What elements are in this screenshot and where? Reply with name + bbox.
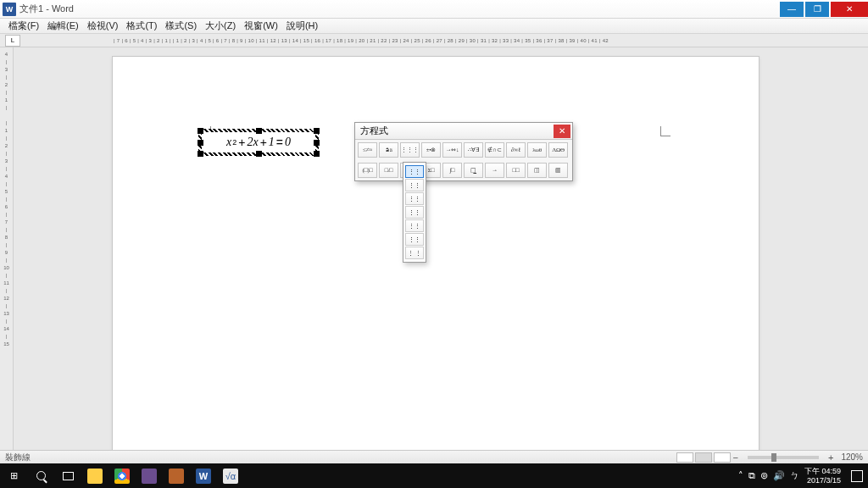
ime-icon[interactable]: ㄅ	[790, 469, 799, 482]
view-mode-button[interactable]	[714, 452, 731, 463]
zoom-out-button[interactable]: −	[731, 452, 741, 463]
menu-size[interactable]: 大小(Z)	[205, 19, 236, 32]
template-products[interactable]: □□	[506, 163, 526, 178]
menu-window[interactable]: 視窗(W)	[244, 19, 278, 32]
palette-misc[interactable]: ∂∞ℓ	[506, 142, 526, 158]
template-integral[interactable]: ∫□	[442, 163, 462, 178]
palette-arrows[interactable]: →⇔↓	[442, 142, 462, 158]
toolbar-header[interactable]: 方程式 ✕	[355, 123, 572, 140]
dropdown-item[interactable]: ⋮⋮	[405, 206, 424, 219]
clock[interactable]: 下午 04:59 2017/3/15	[804, 467, 841, 485]
margin-mark	[660, 126, 670, 136]
action-center-icon[interactable]	[851, 470, 863, 482]
menu-format[interactable]: 格式(T)	[126, 19, 157, 32]
zoom-thumb[interactable]	[771, 453, 776, 462]
mathtype-icon[interactable]: √α	[217, 463, 244, 488]
minimize-button[interactable]: —	[780, 2, 804, 17]
close-button[interactable]: ✕	[831, 2, 868, 17]
palette-logical[interactable]: ∴∀∃	[464, 142, 483, 158]
workspace: 4 | 3 | 2 | 1 | | 1 | 2 | 3 | 4 | 5 | 6 …	[0, 47, 868, 450]
view-mode-button[interactable]	[695, 452, 712, 463]
template-boxes[interactable]: ▥	[548, 163, 568, 178]
palette-relational[interactable]: ≤≠≈	[358, 142, 377, 158]
system-tray[interactable]: ˄ ⧉ ⊚ 🔊 ㄅ 下午 04:59 2017/3/15	[738, 467, 868, 485]
toolbar-title: 方程式	[360, 125, 388, 137]
clock-time: 下午 04:59	[804, 467, 841, 476]
toolbar-row-2: (□)□ □/□ □̄ Σ□ ∫□ □̲ → □□ ◫ ▥	[355, 160, 572, 180]
toolbar-close-button[interactable]: ✕	[554, 125, 570, 138]
maximize-button[interactable]: ❐	[805, 2, 829, 17]
template-matrix[interactable]: ◫	[527, 163, 547, 178]
equation-text: x2+2x+1=0	[202, 132, 315, 152]
dropdown-item[interactable]: ⋮⋮	[405, 233, 424, 246]
palette-greek-upper[interactable]: ΛΩΘ	[548, 142, 568, 158]
menu-edit[interactable]: 編輯(E)	[47, 19, 79, 32]
chrome-icon[interactable]	[108, 463, 136, 488]
palette-spaces[interactable]: ⋮⋮⋮	[400, 142, 420, 158]
start-button[interactable]: ⊞	[0, 463, 27, 488]
menu-style[interactable]: 樣式(S)	[165, 19, 197, 32]
tab-stop-button[interactable]: L	[5, 35, 20, 47]
tray-up-icon[interactable]: ˄	[738, 470, 743, 481]
dropdown-item[interactable]: ⋮⋮	[405, 219, 424, 232]
file-explorer-icon[interactable]	[81, 463, 108, 488]
equation-toolbar[interactable]: 方程式 ✕ ≤≠≈ ȧ ä ⋮⋮⋮ ±•⊗ →⇔↓ ∴∀∃ ∉∩⊂ ∂∞ℓ λω…	[354, 122, 573, 181]
status-bar: 裝飾線 − + 120%	[0, 450, 868, 463]
dropdown-item[interactable]: ⋮ ⋮	[405, 247, 424, 259]
title-bar: W 文件1 - Word — ❐ ✕	[0, 0, 868, 19]
template-arrow[interactable]: →	[485, 163, 504, 178]
palette-greek-lower[interactable]: λωθ	[527, 142, 547, 158]
dropdown-item[interactable]: ⋮⋮	[405, 192, 424, 205]
palette-operators[interactable]: ±•⊗	[421, 142, 441, 158]
zoom-value: 120%	[841, 452, 863, 462]
toolbar-row-1: ≤≠≈ ȧ ä ⋮⋮⋮ ±•⊗ →⇔↓ ∴∀∃ ∉∩⊂ ∂∞ℓ λωθ ΛΩΘ	[355, 140, 572, 160]
palette-embellishments[interactable]: ȧ ä	[379, 142, 398, 158]
word-icon[interactable]: W	[190, 463, 217, 488]
clock-date: 2017/3/15	[804, 476, 841, 485]
dropdown-item[interactable]: ⋮⋮	[405, 179, 424, 191]
menu-bar: 檔案(F) 編輯(E) 檢視(V) 格式(T) 樣式(S) 大小(Z) 視窗(W…	[0, 19, 868, 34]
zoom-in-button[interactable]: +	[826, 452, 836, 463]
window-title: 文件1 - Word	[19, 3, 74, 15]
equation-object[interactable]: x2+2x+1=0	[202, 132, 315, 152]
view-mode-button[interactable]	[676, 452, 693, 463]
document-page[interactable]	[112, 56, 760, 454]
zoom-slider[interactable]	[748, 456, 819, 459]
toolbar-dropdown[interactable]: ⋮⋮ ⋮⋮ ⋮⋮ ⋮⋮ ⋮⋮ ⋮⋮ ⋮ ⋮	[403, 162, 426, 263]
template-fences[interactable]: (□)□	[358, 163, 377, 178]
horizontal-ruler[interactable]: | 7 | 6 | 5 | 4 | 3 | 2 | 1 | | 1 | 2 | …	[114, 38, 863, 43]
menu-help[interactable]: 說明(H)	[287, 19, 318, 32]
taskbar: ⊞ W √α ˄ ⧉ ⊚ 🔊 ㄅ 下午 04:59 2017/3/15	[0, 463, 868, 488]
template-fractions[interactable]: □/□	[379, 163, 398, 178]
app-icon: W	[3, 3, 16, 16]
dropbox-icon[interactable]: ⧉	[748, 470, 755, 481]
dropdown-item[interactable]: ⋮⋮	[405, 165, 424, 178]
menu-view[interactable]: 檢視(V)	[87, 19, 119, 32]
menu-file[interactable]: 檔案(F)	[8, 19, 39, 32]
template-underbar[interactable]: □̲	[464, 163, 483, 178]
app-icon[interactable]	[163, 463, 190, 488]
search-button[interactable]	[27, 463, 54, 488]
ruler-row: L | 7 | 6 | 5 | 4 | 3 | 2 | 1 | | 1 | 2 …	[0, 34, 868, 47]
palette-set[interactable]: ∉∩⊂	[485, 142, 504, 158]
volume-icon[interactable]: 🔊	[773, 470, 785, 481]
vertical-ruler[interactable]: 4 | 3 | 2 | 1 | | 1 | 2 | 3 | 4 | 5 | 6 …	[0, 47, 14, 450]
task-view-button[interactable]	[54, 463, 81, 488]
status-text: 裝飾線	[5, 452, 31, 463]
app-icon[interactable]	[136, 463, 163, 488]
wifi-icon[interactable]: ⊚	[760, 470, 768, 481]
